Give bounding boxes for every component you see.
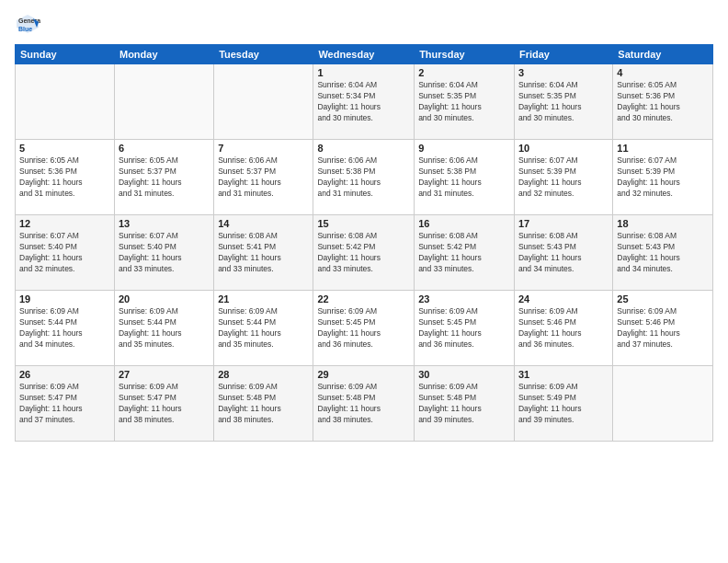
- day-number: 28: [218, 369, 309, 380]
- day-info: Sunrise: 6:09 AM Sunset: 5:46 PM Dayligh…: [617, 306, 709, 350]
- calendar-cell: 9Sunrise: 6:06 AM Sunset: 5:38 PM Daylig…: [415, 140, 515, 215]
- calendar-cell: [613, 366, 713, 442]
- calendar-cell: 11Sunrise: 6:07 AM Sunset: 5:39 PM Dayli…: [613, 140, 713, 215]
- day-info: Sunrise: 6:09 AM Sunset: 5:47 PM Dayligh…: [19, 382, 110, 426]
- calendar-cell: 10Sunrise: 6:07 AM Sunset: 5:39 PM Dayli…: [514, 140, 612, 215]
- day-info: Sunrise: 6:04 AM Sunset: 5:35 PM Dayligh…: [518, 80, 609, 124]
- day-number: 3: [518, 67, 609, 78]
- calendar: SundayMondayTuesdayWednesdayThursdayFrid…: [15, 44, 713, 442]
- day-info: Sunrise: 6:04 AM Sunset: 5:34 PM Dayligh…: [317, 80, 410, 124]
- day-number: 2: [418, 67, 510, 78]
- calendar-day-header: Sunday: [16, 45, 115, 64]
- calendar-cell: 14Sunrise: 6:08 AM Sunset: 5:41 PM Dayli…: [214, 215, 313, 291]
- day-info: Sunrise: 6:07 AM Sunset: 5:40 PM Dayligh…: [19, 231, 110, 275]
- day-number: 1: [317, 67, 410, 78]
- day-info: Sunrise: 6:07 AM Sunset: 5:40 PM Dayligh…: [119, 231, 210, 275]
- calendar-cell: [114, 64, 213, 140]
- calendar-day-header: Thursday: [415, 45, 515, 64]
- day-number: 6: [119, 143, 210, 154]
- day-info: Sunrise: 6:09 AM Sunset: 5:48 PM Dayligh…: [418, 382, 510, 426]
- day-number: 29: [317, 369, 410, 380]
- day-info: Sunrise: 6:05 AM Sunset: 5:37 PM Dayligh…: [119, 155, 210, 200]
- calendar-day-header: Friday: [514, 45, 612, 64]
- day-number: 25: [617, 293, 709, 304]
- day-info: Sunrise: 6:08 AM Sunset: 5:41 PM Dayligh…: [218, 231, 309, 275]
- day-info: Sunrise: 6:09 AM Sunset: 5:45 PM Dayligh…: [317, 306, 410, 350]
- calendar-cell: 19Sunrise: 6:09 AM Sunset: 5:44 PM Dayli…: [16, 291, 115, 366]
- calendar-cell: 8Sunrise: 6:06 AM Sunset: 5:38 PM Daylig…: [313, 140, 415, 215]
- page: General Blue SundayMondayTuesdayWednesda…: [0, 0, 728, 563]
- day-info: Sunrise: 6:09 AM Sunset: 5:44 PM Dayligh…: [218, 306, 309, 350]
- day-number: 15: [317, 218, 410, 229]
- day-number: 20: [119, 293, 210, 304]
- calendar-cell: 15Sunrise: 6:08 AM Sunset: 5:42 PM Dayli…: [313, 215, 415, 291]
- day-number: 30: [418, 369, 510, 380]
- day-number: 13: [119, 218, 210, 229]
- calendar-day-header: Monday: [114, 45, 213, 64]
- logo-icon: General Blue: [15, 11, 40, 37]
- day-info: Sunrise: 6:06 AM Sunset: 5:37 PM Dayligh…: [218, 155, 309, 200]
- day-info: Sunrise: 6:09 AM Sunset: 5:46 PM Dayligh…: [518, 306, 609, 350]
- day-info: Sunrise: 6:08 AM Sunset: 5:42 PM Dayligh…: [317, 231, 410, 275]
- calendar-cell: 27Sunrise: 6:09 AM Sunset: 5:47 PM Dayli…: [114, 366, 213, 442]
- day-info: Sunrise: 6:07 AM Sunset: 5:39 PM Dayligh…: [617, 155, 709, 200]
- day-number: 17: [518, 218, 609, 229]
- calendar-cell: [16, 64, 115, 140]
- calendar-cell: 12Sunrise: 6:07 AM Sunset: 5:40 PM Dayli…: [16, 215, 115, 291]
- calendar-week-row: 5Sunrise: 6:05 AM Sunset: 5:36 PM Daylig…: [16, 140, 713, 215]
- day-info: Sunrise: 6:08 AM Sunset: 5:43 PM Dayligh…: [617, 231, 709, 275]
- calendar-day-header: Wednesday: [313, 45, 415, 64]
- day-info: Sunrise: 6:09 AM Sunset: 5:44 PM Dayligh…: [19, 306, 110, 350]
- calendar-cell: 25Sunrise: 6:09 AM Sunset: 5:46 PM Dayli…: [613, 291, 713, 366]
- day-info: Sunrise: 6:09 AM Sunset: 5:47 PM Dayligh…: [119, 382, 210, 426]
- calendar-cell: 4Sunrise: 6:05 AM Sunset: 5:36 PM Daylig…: [613, 64, 713, 140]
- calendar-day-header: Tuesday: [214, 45, 313, 64]
- calendar-cell: 16Sunrise: 6:08 AM Sunset: 5:42 PM Dayli…: [415, 215, 515, 291]
- day-info: Sunrise: 6:09 AM Sunset: 5:49 PM Dayligh…: [518, 382, 609, 426]
- day-info: Sunrise: 6:07 AM Sunset: 5:39 PM Dayligh…: [518, 155, 609, 200]
- logo: General Blue: [15, 11, 44, 37]
- day-info: Sunrise: 6:04 AM Sunset: 5:35 PM Dayligh…: [418, 80, 510, 124]
- day-number: 26: [19, 369, 110, 380]
- day-number: 12: [19, 218, 110, 229]
- day-info: Sunrise: 6:08 AM Sunset: 5:42 PM Dayligh…: [418, 231, 510, 275]
- calendar-cell: 1Sunrise: 6:04 AM Sunset: 5:34 PM Daylig…: [313, 64, 415, 140]
- day-number: 22: [317, 293, 410, 304]
- calendar-cell: 17Sunrise: 6:08 AM Sunset: 5:43 PM Dayli…: [514, 215, 612, 291]
- calendar-cell: 5Sunrise: 6:05 AM Sunset: 5:36 PM Daylig…: [16, 140, 115, 215]
- day-number: 31: [518, 369, 609, 380]
- calendar-cell: 20Sunrise: 6:09 AM Sunset: 5:44 PM Dayli…: [114, 291, 213, 366]
- day-number: 18: [617, 218, 709, 229]
- day-number: 11: [617, 143, 709, 154]
- calendar-cell: [214, 64, 313, 140]
- day-info: Sunrise: 6:09 AM Sunset: 5:45 PM Dayligh…: [418, 306, 510, 350]
- day-number: 8: [317, 143, 410, 154]
- calendar-cell: 30Sunrise: 6:09 AM Sunset: 5:48 PM Dayli…: [415, 366, 515, 442]
- calendar-cell: 7Sunrise: 6:06 AM Sunset: 5:37 PM Daylig…: [214, 140, 313, 215]
- day-number: 4: [617, 67, 709, 78]
- day-number: 27: [119, 369, 210, 380]
- calendar-week-row: 1Sunrise: 6:04 AM Sunset: 5:34 PM Daylig…: [16, 64, 713, 140]
- day-number: 23: [418, 293, 510, 304]
- calendar-cell: 2Sunrise: 6:04 AM Sunset: 5:35 PM Daylig…: [415, 64, 515, 140]
- day-info: Sunrise: 6:09 AM Sunset: 5:48 PM Dayligh…: [317, 382, 410, 426]
- day-number: 24: [518, 293, 609, 304]
- svg-text:Blue: Blue: [18, 26, 32, 32]
- day-number: 7: [218, 143, 309, 154]
- day-info: Sunrise: 6:08 AM Sunset: 5:43 PM Dayligh…: [518, 231, 609, 275]
- day-info: Sunrise: 6:06 AM Sunset: 5:38 PM Dayligh…: [317, 155, 410, 200]
- day-info: Sunrise: 6:09 AM Sunset: 5:48 PM Dayligh…: [218, 382, 309, 426]
- day-number: 19: [19, 293, 110, 304]
- day-number: 5: [19, 143, 110, 154]
- calendar-cell: 28Sunrise: 6:09 AM Sunset: 5:48 PM Dayli…: [214, 366, 313, 442]
- calendar-cell: 18Sunrise: 6:08 AM Sunset: 5:43 PM Dayli…: [613, 215, 713, 291]
- calendar-week-row: 12Sunrise: 6:07 AM Sunset: 5:40 PM Dayli…: [16, 215, 713, 291]
- day-info: Sunrise: 6:05 AM Sunset: 5:36 PM Dayligh…: [617, 80, 709, 124]
- day-info: Sunrise: 6:06 AM Sunset: 5:38 PM Dayligh…: [418, 155, 510, 200]
- day-number: 21: [218, 293, 309, 304]
- calendar-cell: 24Sunrise: 6:09 AM Sunset: 5:46 PM Dayli…: [514, 291, 612, 366]
- calendar-cell: 13Sunrise: 6:07 AM Sunset: 5:40 PM Dayli…: [114, 215, 213, 291]
- calendar-header-row: SundayMondayTuesdayWednesdayThursdayFrid…: [16, 45, 713, 64]
- calendar-cell: 22Sunrise: 6:09 AM Sunset: 5:45 PM Dayli…: [313, 291, 415, 366]
- day-info: Sunrise: 6:05 AM Sunset: 5:36 PM Dayligh…: [19, 155, 110, 200]
